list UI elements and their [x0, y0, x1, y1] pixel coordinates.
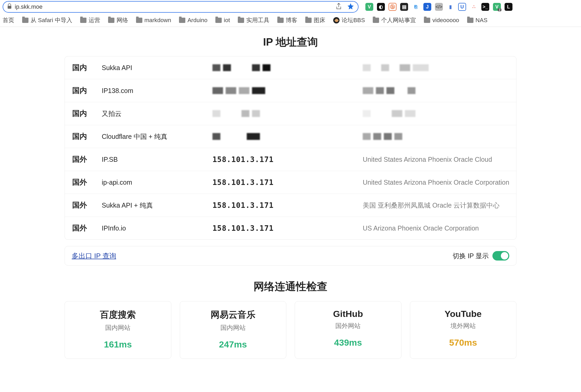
source-label: Sukka API + 纯真 [102, 201, 212, 210]
region-label: 国外 [65, 154, 102, 164]
connectivity-category: 国外网站 [298, 322, 399, 330]
bbs-icon: 🐵 [333, 17, 340, 23]
connectivity-category: 国内网站 [67, 324, 168, 332]
bookmark-item[interactable]: 个人网站事宜 [373, 16, 416, 24]
notifications-icon[interactable]: ▮ [447, 3, 454, 11]
connectivity-latency: 439ms [298, 337, 399, 348]
region-label: 国外 [65, 200, 102, 210]
bookmark-item[interactable]: 运营 [80, 16, 100, 24]
folder-icon [80, 18, 86, 23]
source-label: IP138.com [102, 87, 212, 95]
connectivity-name: 百度搜索 [67, 309, 168, 321]
bookmark-item[interactable]: 网络 [108, 16, 128, 24]
bookmark-label: 首页 [3, 16, 14, 24]
browser-address-bar-row: V◐ⓑ▤⎘J</>▮U∴>_VL [0, 0, 581, 14]
region-label: 国外 [65, 223, 102, 233]
code-ext-icon[interactable]: </> [435, 3, 443, 11]
table-row: 国内Cloudflare 中国 + 纯真 [65, 125, 516, 148]
table-row: 国内又拍云 [65, 102, 516, 125]
connectivity-latency: 161ms [67, 339, 168, 350]
folder-icon [305, 18, 312, 23]
cluster-icon[interactable]: ∴ [470, 3, 478, 11]
folder-icon [373, 18, 379, 23]
bitwarden-alt-icon[interactable]: ⓑ [389, 3, 396, 11]
vue-devtools-icon[interactable]: V [365, 3, 373, 11]
ip-value [212, 110, 363, 117]
ip-value [212, 87, 363, 94]
bookmark-item[interactable]: 首页 [3, 16, 14, 24]
url-input[interactable] [15, 3, 333, 10]
bookmark-item[interactable]: iot [215, 17, 230, 24]
region-label: 国外 [65, 177, 102, 187]
tab-sync-icon[interactable]: ⎘ [412, 3, 420, 11]
address-bar[interactable] [3, 1, 359, 13]
favorite-star-icon[interactable] [347, 3, 354, 11]
region-label: 国内 [65, 131, 102, 141]
vue-devtools-2-icon[interactable]: V [493, 3, 501, 11]
bookmark-label: 论坛BBS [342, 16, 365, 24]
bookmark-label: 运营 [89, 16, 100, 24]
source-label: IPInfo.io [102, 224, 212, 232]
console-icon[interactable]: >_ [481, 3, 489, 11]
bookmark-label: markdown [144, 17, 171, 24]
terminal-ext-icon[interactable]: ▤ [400, 3, 408, 11]
bookmark-item[interactable]: NAS [467, 17, 487, 24]
bookmark-label: videooooo [432, 17, 459, 24]
folder-icon [179, 18, 185, 23]
bookmark-item[interactable]: 图床 [305, 16, 325, 24]
folder-icon [467, 18, 473, 23]
bookmark-item[interactable]: Arduino [179, 17, 207, 24]
geo-value: United States Arizona Phoenix Oracle Cor… [363, 179, 516, 186]
bookmark-item[interactable]: 实用工具 [238, 16, 269, 24]
joplin-icon[interactable]: J [423, 3, 431, 11]
bookmark-item[interactable]: 博客 [277, 16, 297, 24]
region-label: 国内 [65, 109, 102, 119]
ip-value [212, 64, 363, 71]
region-label: 国内 [65, 86, 102, 96]
bookmark-label: 实用工具 [246, 16, 269, 24]
ip-value [212, 133, 363, 140]
multi-exit-ip-link[interactable]: 多出口 IP 查询 [72, 251, 116, 261]
connectivity-card: GitHub国外网站439ms [295, 301, 401, 359]
ip-value: 158.101.3.171 [212, 224, 363, 233]
dark-reader-icon[interactable]: ◐ [377, 3, 385, 11]
bookmark-label: 网络 [117, 16, 128, 24]
bookmark-label: 图床 [314, 16, 325, 24]
toggle-ip-display: 切换 IP 显示 [453, 251, 509, 261]
geo-value [363, 87, 516, 94]
geo-value: US Arizona Phoenix Oracle Corporation [363, 224, 516, 232]
table-row: 国外IPInfo.io158.101.3.171US Arizona Phoen… [65, 217, 516, 239]
table-row: 国外Sukka API + 纯真158.101.3.171美国 亚利桑那州凤凰城… [65, 194, 516, 217]
ip-value: 158.101.3.171 [212, 155, 363, 164]
ip-toolbar: 多出口 IP 查询 切换 IP 显示 [65, 246, 516, 266]
source-label: IP.SB [102, 156, 212, 163]
source-label: 又拍云 [102, 109, 212, 118]
connectivity-grid: 百度搜索国内网站161ms网易云音乐国内网站247msGitHub国外网站439… [65, 301, 516, 359]
lock-icon [7, 3, 12, 10]
share-icon[interactable] [335, 3, 342, 11]
folder-icon [22, 18, 28, 23]
bookmark-item[interactable]: 从 Safari 中导入 [22, 16, 72, 24]
connectivity-card: 百度搜索国内网站161ms [65, 301, 171, 359]
connectivity-card: 网易云音乐国内网站247ms [180, 301, 287, 359]
geo-value: United States Arizona Phoenix Oracle Clo… [363, 156, 516, 163]
toggle-switch[interactable] [492, 251, 509, 261]
connectivity-name: 网易云音乐 [183, 309, 284, 321]
svg-rect-0 [8, 6, 11, 9]
folder-icon [277, 18, 284, 23]
bookmarks-bar: 首页从 Safari 中导入运营网络markdownArduinoiot实用工具… [0, 14, 581, 27]
bookmark-item[interactable]: 🐵论坛BBS [333, 16, 365, 24]
region-label: 国内 [65, 63, 102, 73]
connectivity-category: 国内网站 [183, 324, 284, 332]
extensions-row: V◐ⓑ▤⎘J</>▮U∴>_VL [365, 3, 512, 11]
table-row: 国内IP138.com [65, 79, 516, 102]
bookmark-label: 博客 [286, 16, 297, 24]
bookmark-item[interactable]: videooooo [424, 17, 459, 24]
ublock-icon[interactable]: U [458, 3, 466, 11]
bookmark-item[interactable]: markdown [136, 17, 171, 24]
connectivity-card: YouTube境外网站570ms [410, 301, 517, 359]
folder-icon [215, 18, 222, 23]
geo-value [363, 133, 516, 140]
folder-icon [108, 18, 114, 23]
l-ext-icon[interactable]: L [505, 3, 512, 11]
